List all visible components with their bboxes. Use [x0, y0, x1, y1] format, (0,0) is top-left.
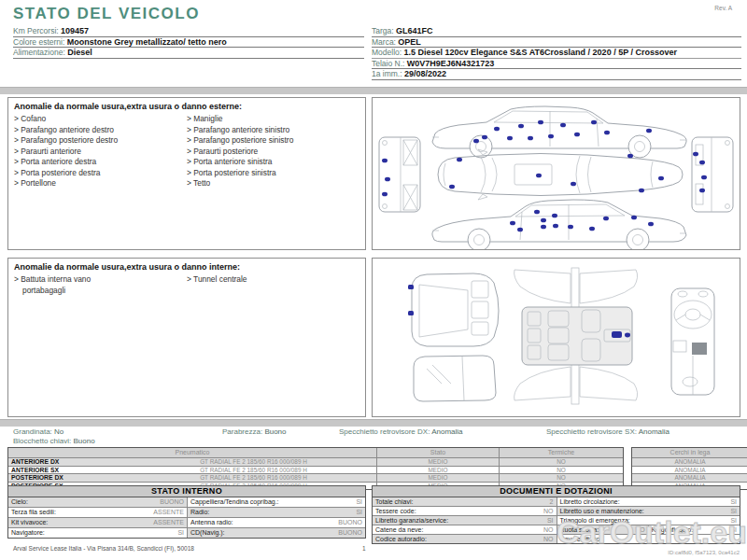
anomaly-item: Tetto [187, 178, 359, 189]
table-row: Kit vivavoce: ASSENTE Antenna radio: BUO… [8, 518, 365, 528]
value: NO [540, 507, 554, 515]
specchietto-sx-label: Specchietto retrovisore SX: [546, 427, 637, 436]
interior-col-2: Tunnel centrale [187, 274, 359, 296]
specchietto-dx-field: Specchietto retrovisore DX: Anomalia [339, 427, 463, 436]
cell: Cappelliera/Tendina copribag.: SI [187, 497, 365, 507]
label: Totale chiavi: [375, 497, 413, 506]
exterior-anomalies-box: Anomalie da normale usura,extra usura o … [7, 97, 366, 250]
modello-value: 1.5 Diesel 120cv Elegance S&S AT6Crossla… [404, 48, 678, 57]
tyre-termiche: NO [499, 474, 623, 482]
alimentazione-value: Diesel [67, 48, 92, 57]
label: Kit vivavoce: [11, 518, 48, 527]
anomaly-item: Parafango posteriore sinistro [187, 135, 359, 147]
anomaly-item: Porta anteriore sinistra [187, 157, 359, 168]
cerchi-value: ANOMALIA [632, 467, 747, 474]
cerchi-row: ANOMALIA [632, 473, 747, 482]
value: BUONO [334, 518, 362, 527]
value: NO [540, 535, 554, 543]
dashboard-view [671, 288, 714, 395]
tyre-spec: GT RADIAL FE 2 185/60 R16 000/089 H [131, 458, 376, 466]
vehicle-condition-report: STATO DEL VEICOLO Rev. A Km Percorsi: 10… [0, 0, 747, 560]
trunk-interior-view [412, 273, 499, 346]
cell: Libretto garanzia/service: SI [373, 516, 557, 525]
interior-anomalies-box: Anomalie da normale usura,extra usura o … [7, 258, 366, 417]
divider-band [0, 419, 747, 427]
header-cerchi: Cerchi in lega [632, 448, 747, 457]
telaio-label: Telaio N.: [372, 59, 404, 68]
footer-page-number: 1 [362, 545, 366, 552]
car-front-view [379, 137, 420, 212]
label: Catene da neve: [375, 525, 423, 534]
value: NO [540, 525, 554, 534]
tyre-row: ANTERIORE SX GT RADIAL FE 2 185/60 R16 0… [8, 466, 623, 474]
exterior-col-2: Maniglie Parafango anteriore sinistro Pa… [187, 114, 359, 189]
tyre-stato: MEDIO [376, 474, 499, 482]
cell: Radio: SI [187, 508, 365, 517]
label: Cappelliera/Tendina copribag.: [190, 497, 279, 507]
anomaly-item: Porta posteriore destra [14, 168, 187, 179]
cerchi-header-row: Cerchi in lega [632, 448, 747, 457]
value: 2 [546, 497, 554, 506]
grandinata-label: Grandinata: [13, 427, 52, 436]
anomaly-item: Cofano [14, 114, 187, 125]
parabrezza-value: Buono [264, 427, 286, 436]
specchietto-sx-value: Anomalia [639, 427, 669, 436]
cerchi-value: ANOMALIA [632, 458, 747, 466]
anomaly-item: Paraurti anteriore [14, 147, 187, 158]
blocchetto-field: Blocchetto chiavi: Buono [13, 437, 95, 445]
tyre-termiche: NO [499, 458, 623, 466]
field-colore: Colore esterni: Moonstone Grey metallizz… [13, 37, 364, 49]
anomaly-item: Porta anteriore destra [14, 157, 187, 168]
value: SI [352, 497, 362, 507]
value: ASSENTE [149, 518, 184, 527]
cerchi-row: ANOMALIA [632, 466, 747, 474]
blocchetto-value: Buono [74, 437, 95, 445]
exterior-damage-diagram-box [372, 97, 740, 250]
field-telaio: Telaio N.: W0V7H9EJ6N4321723 [372, 59, 741, 70]
field-prima-imm: 1a imm.: 29/08/2022 [372, 69, 741, 80]
exterior-anomalies-columns: Cofano Parafango anteriore destro Parafa… [14, 114, 359, 189]
km-value: 109457 [61, 26, 89, 35]
interior-col-1: Battuta interna vano portabagagli [14, 274, 187, 296]
tyre-row: ANTERIORE DX GT RADIAL FE 2 185/60 R16 0… [8, 457, 623, 466]
exterior-col-1: Cofano Parafango anteriore destro Parafa… [14, 114, 187, 189]
label: CD(Navig.): [190, 528, 225, 538]
tyre-stato: MEDIO [376, 467, 499, 474]
modello-label: Modello: [372, 48, 402, 57]
field-marca: Marca: OPEL [372, 37, 741, 49]
stato-interno-table: STATO INTERNO Cielo: BUONO Cappelliera/T… [7, 485, 366, 539]
value: ASSENTE [149, 508, 184, 517]
km-label: Km Percorsi: [13, 26, 59, 35]
vehicle-summary-right: Targa: GL641FC Marca: OPEL Modello: 1.5 … [372, 26, 741, 80]
cell: Navigatore: SI [8, 528, 187, 538]
label: Radio: [190, 508, 209, 517]
cell: Cielo: BUONO [8, 497, 187, 507]
imm-label: 1a imm.: [372, 69, 402, 78]
tyre-position: POSTERIORE DX [8, 474, 131, 482]
anomaly-item: Parafango posteriore destro [14, 135, 187, 147]
value: BUONO [334, 528, 362, 538]
tyre-table-main: Pneumatico Stato Termiche ANTERIORE DX G… [7, 447, 624, 490]
cell: Tessere code: NO [373, 507, 557, 515]
label: Libretto circolazione: [560, 497, 620, 506]
watermark: CarOutlet.eu [557, 514, 747, 551]
targa-label: Targa: [372, 26, 394, 35]
table-row: Terza fila sedili: ASSENTE Radio: SI [8, 508, 365, 518]
cell: Libretto circolazione: SI [557, 497, 740, 506]
grandinata-value: No [54, 427, 63, 436]
value: SI [174, 528, 184, 538]
colore-value: Moonstone Grey metallizzato/ tetto nero [67, 37, 227, 47]
marca-label: Marca: [372, 37, 396, 47]
tyre-table: Pneumatico Stato Termiche ANTERIORE DX G… [7, 447, 741, 484]
anomaly-item: Paraurti posteriore [187, 147, 359, 158]
imm-value: 29/08/2022 [404, 69, 446, 78]
header-pneumatico: Pneumatico [8, 448, 376, 457]
table-row: Cielo: BUONO Cappelliera/Tendina copriba… [8, 497, 365, 508]
anomaly-item: Maniglie [187, 114, 359, 125]
anomaly-item: Porta posteriore sinistra [187, 168, 359, 179]
stato-interno-title: STATO INTERNO [8, 486, 365, 497]
label: Codice autoradio: [375, 535, 427, 543]
anomaly-item: Parafango anteriore sinistro [187, 125, 359, 136]
cell: Antenna radio: BUONO [187, 518, 365, 527]
label: Libretto garanzia/service: [375, 516, 448, 525]
